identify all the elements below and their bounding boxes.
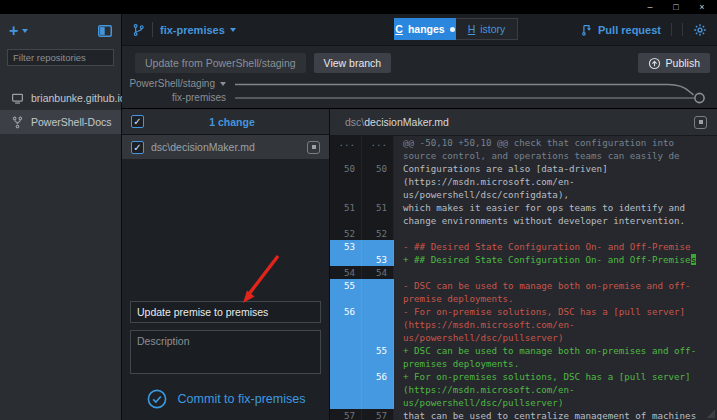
diff-row-hunk: ......@@ -50,10 +50,10 @@ check that con… [330, 136, 717, 162]
diff-file-header: dsc\decisionMaker.md [330, 109, 717, 136]
diff-line-text: which makes it easier for ops teams to i… [394, 201, 717, 227]
commit-dot [695, 93, 704, 102]
repository-sidebar: + brianbunke.github.ioPowerShell-Docs [0, 14, 122, 420]
old-line-number[interactable] [330, 370, 362, 409]
toggle-sidebar-button[interactable] [98, 25, 112, 37]
select-all-checkbox[interactable]: ✓ [131, 115, 144, 128]
changed-file-row[interactable]: ✓dsc\decisionMaker.md [122, 135, 329, 159]
old-line-number[interactable] [330, 344, 362, 370]
old-line-number[interactable]: 50 [330, 162, 362, 201]
old-line-number[interactable]: 54 [330, 266, 362, 279]
content-area: ✓ 1 change ✓dsc\decisionMaker.md [122, 108, 717, 420]
git-branch-icon [132, 23, 145, 37]
diff-row-added: 55+ DSC can be used to manage both on-pr… [330, 344, 717, 370]
repo-list: brianbunke.github.ioPowerShell-Docs [0, 86, 121, 134]
new-line-number[interactable] [362, 240, 394, 253]
app-window: –□× + brianbunke.github.ioPowerShell-Doc… [0, 0, 717, 420]
new-line-number[interactable]: 50 [362, 162, 394, 201]
pull-request-button[interactable]: Pull request [581, 23, 661, 36]
maximize-button[interactable]: □ [671, 3, 681, 12]
chevron-down-icon [230, 28, 236, 32]
changes-panel: ✓ 1 change ✓dsc\decisionMaker.md [122, 109, 330, 420]
main-panel: fix-premises ChangesHistory [122, 14, 717, 420]
new-line-number[interactable]: 56 [362, 370, 394, 409]
branch-compare-bar: Update from PowerShell/staging View bran… [122, 45, 717, 108]
commit-summary-input[interactable] [130, 301, 321, 323]
diff-line-text: + ## Desired State Configuration On- and… [394, 253, 717, 266]
close-button[interactable]: × [697, 3, 707, 12]
repo-item[interactable]: PowerShell-Docs [0, 110, 121, 134]
old-line-number[interactable]: 51 [330, 201, 362, 227]
update-from-branch-button[interactable]: Update from PowerShell/staging [135, 53, 306, 73]
diff-row-removed: 55- DSC can be used to manage both on-pr… [330, 279, 717, 305]
settings-button[interactable] [693, 23, 707, 37]
view-branch-button[interactable]: View branch [314, 53, 392, 73]
pull-request-icon [581, 23, 593, 36]
add-repository-button[interactable]: + [9, 24, 28, 38]
new-line-number[interactable]: 51 [362, 201, 394, 227]
diff-row-context: 5454 [330, 266, 717, 279]
filter-repositories-input[interactable] [7, 49, 114, 66]
modified-file-icon [307, 141, 320, 154]
diff-line-text: Configurations are also [data-driven](ht… [394, 162, 717, 201]
resize-grip[interactable] [707, 410, 715, 418]
diff-row-removed: 56- For on-premise solutions, DSC has a … [330, 305, 717, 344]
app-body: + brianbunke.github.ioPowerShell-Docs [0, 14, 717, 420]
publish-button[interactable]: Publish [638, 53, 710, 73]
word-diff-highlight: s [691, 254, 697, 265]
toolbar-right: Pull request [581, 23, 707, 37]
diff-row-context: 5252 [330, 227, 717, 240]
minimize-button[interactable]: – [645, 3, 655, 12]
old-line-number[interactable] [330, 253, 362, 266]
diff-line-text: + DSC can be used to manage both on-prem… [394, 344, 717, 370]
old-line-number[interactable]: 57 [330, 409, 362, 420]
spacer [0, 76, 121, 86]
new-line-number[interactable]: ... [362, 136, 394, 162]
diff-line-text [394, 266, 717, 279]
new-line-number[interactable]: 57 [362, 409, 394, 420]
new-line-number[interactable] [362, 305, 394, 344]
new-line-number[interactable]: 53 [362, 253, 394, 266]
old-line-number[interactable]: 52 [330, 227, 362, 240]
file-include-checkbox[interactable]: ✓ [131, 141, 144, 154]
changes-count-label: 1 change [144, 116, 320, 128]
branch-switcher[interactable]: fix-premises [132, 22, 236, 37]
chevron-down-icon [22, 29, 28, 33]
commit-button[interactable]: Commit to fix-premises [130, 385, 321, 413]
old-line-number[interactable]: 53 [330, 240, 362, 253]
new-line-number[interactable]: 52 [362, 227, 394, 240]
chevron-down-icon [220, 82, 226, 86]
sidebar-toolbar: + [0, 14, 121, 48]
new-line-number[interactable] [362, 279, 394, 305]
check-circle-icon [146, 388, 168, 410]
repo-item[interactable]: brianbunke.github.io [0, 86, 121, 110]
diff-line-text: + For on-premises solutions, DSC has a [… [394, 370, 717, 409]
sidebar-toggle-icon [98, 25, 112, 37]
changed-files-list: ✓dsc\decisionMaker.md [122, 135, 329, 159]
diff-row-context: 5050Configurations are also [data-driven… [330, 162, 717, 201]
tab-changes[interactable]: Changes [394, 18, 456, 40]
new-line-number[interactable]: 55 [362, 344, 394, 370]
compare-branch-label[interactable]: PowerShell/staging [122, 78, 226, 89]
diff-path-prefix: dsc\ [345, 116, 364, 128]
current-branch-graph-label: fix-premises [122, 92, 226, 103]
commit-description-input[interactable] [130, 330, 321, 374]
gear-icon [693, 23, 707, 37]
diff-row-added: 53+ ## Desired State Configuration On- a… [330, 253, 717, 266]
old-line-number[interactable]: ... [330, 136, 362, 162]
diff-row-added: 56+ For on-premises solutions, DSC has a… [330, 370, 717, 409]
diff-panel: dsc\decisionMaker.md ......@@ -50,10 +50… [330, 109, 717, 420]
modified-file-icon [694, 116, 707, 129]
diff-line-text: @@ -50,10 +50,10 @@ check that configura… [394, 136, 717, 162]
publish-label: Publish [666, 57, 700, 69]
diff-line-text: - ## Desired State Configuration On- and… [394, 240, 717, 253]
diff-row-context: 5151which makes it easier for ops teams … [330, 201, 717, 227]
diff-line-text [394, 227, 717, 240]
tab-history[interactable]: History [456, 18, 518, 40]
title-bar: –□× [0, 0, 717, 14]
old-line-number[interactable]: 55 [330, 279, 362, 305]
compare-branch-name: PowerShell/staging [129, 78, 215, 89]
old-line-number[interactable]: 56 [330, 305, 362, 344]
fork-icon [11, 116, 24, 129]
new-line-number[interactable]: 54 [362, 266, 394, 279]
